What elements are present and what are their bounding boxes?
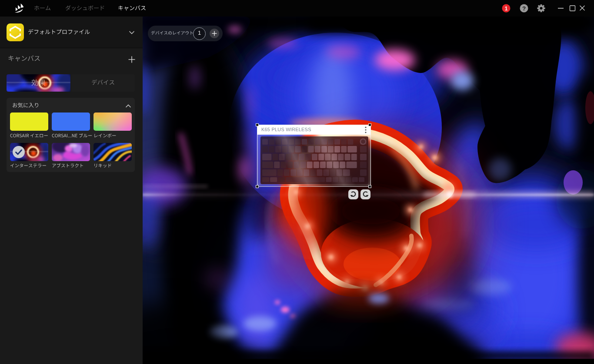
- svg-text:?: ?: [522, 5, 526, 12]
- svg-text:1: 1: [505, 6, 508, 12]
